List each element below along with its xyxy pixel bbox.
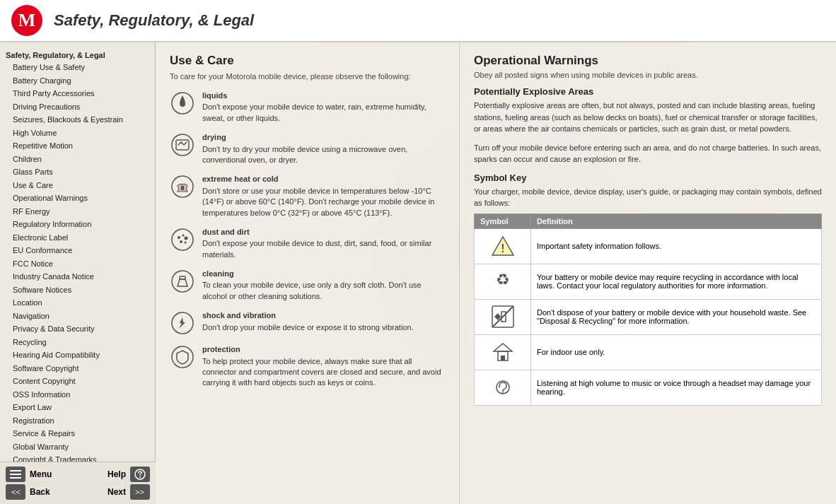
svg-rect-31 <box>10 474 21 475</box>
sidebar-item-battery-use[interactable]: Battery Use & Safety <box>4 61 151 74</box>
table-row: For indoor use only. <box>475 334 822 370</box>
warning-symbol-icon: ! <box>490 233 516 259</box>
svg-rect-27 <box>501 356 505 361</box>
bottom-nav-area: Menu Help << Back Next >> <box>0 462 156 504</box>
symbol-key-title: Symbol Key <box>474 172 822 183</box>
sidebar-item-use-care[interactable]: Use & Care <box>4 179 151 192</box>
liquids-icon <box>170 90 195 116</box>
care-item-shock: shock and vibration Don't drop your mobi… <box>170 310 445 336</box>
next-icon: >> <box>130 484 150 500</box>
svg-point-29 <box>502 392 504 394</box>
svg-text:!: ! <box>501 242 504 254</box>
hearing-symbol-icon <box>490 375 516 400</box>
motorola-logo: M <box>11 5 42 36</box>
menu-nav: Menu <box>6 467 78 482</box>
sidebar-item-export-law[interactable]: Export Law <box>4 401 151 414</box>
sidebar-item-repetitive-motion[interactable]: Repetitive Motion <box>4 139 151 153</box>
sidebar-item-rf-energy[interactable]: RF Energy <box>4 205 151 218</box>
table-row: Listening at high volume to music or voi… <box>475 370 822 405</box>
header-title: Safety, Regulatory, & Legal <box>54 11 254 30</box>
dust-icon <box>170 227 195 252</box>
symbol-key-intro: Your charger, mobile device, device disp… <box>474 186 822 209</box>
indoor-definition: For indoor use only. <box>531 334 822 370</box>
definition-col-header: Definition <box>531 213 822 228</box>
sidebar-item-eu[interactable]: EU Conformance <box>4 244 151 257</box>
shock-icon <box>170 310 195 336</box>
sidebar-item-recycling[interactable]: Recycling <box>4 336 151 349</box>
heat-icon <box>170 174 195 199</box>
sidebar-item-electronic-label[interactable]: Electronic Label <box>4 231 151 245</box>
sidebar-item-registration[interactable]: Registration <box>4 414 151 428</box>
symbol-col-header: Symbol <box>475 213 531 228</box>
hearing-definition: Listening at high volume to music or voi… <box>531 370 822 405</box>
sidebar-item-location[interactable]: Location <box>4 296 151 310</box>
svg-rect-30 <box>10 470 21 471</box>
sidebar-item-third-party[interactable]: Third Party Accessories <box>4 87 151 100</box>
sidebar-item-industry-canada[interactable]: Industry Canada Notice <box>4 270 151 283</box>
care-item-liquids: liquids Don't expose your mobile device … <box>170 90 445 124</box>
no-dispose-definition: Don't dispose of your battery or mobile … <box>531 299 822 334</box>
svg-rect-32 <box>10 477 21 479</box>
help-icon <box>130 467 150 482</box>
svg-point-9 <box>172 229 193 250</box>
back-icon: << <box>6 484 25 500</box>
main-content: Safety, Regulatory, & Legal Battery Use … <box>0 42 836 504</box>
next-nav: Next >> <box>78 484 150 500</box>
header: M Safety, Regulatory, & Legal <box>0 0 836 42</box>
use-care-title: Use & Care <box>170 54 445 68</box>
explosive-text2: Turn off your mobile device before enter… <box>474 142 822 165</box>
sidebar-item-software-copyright[interactable]: Software Copyright <box>4 362 151 375</box>
svg-text:>>: >> <box>135 488 144 496</box>
menu-label[interactable]: Menu <box>30 469 52 479</box>
table-row: ! Important safety information follows. <box>475 228 822 264</box>
operational-warnings-panel: Operational Warnings Obey all posted sig… <box>460 42 836 504</box>
sidebar-item-service[interactable]: Service & Repairs <box>4 427 151 440</box>
care-item-extreme-heat: extreme heat or cold Don't store or use … <box>170 174 445 218</box>
sidebar-item-global-warranty[interactable]: Global Warranty <box>4 440 151 454</box>
next-label[interactable]: Next <box>108 487 126 497</box>
svg-point-10 <box>178 236 180 239</box>
back-label[interactable]: Back <box>30 487 50 497</box>
sidebar-item-software-notices[interactable]: Software Notices <box>4 283 151 297</box>
sidebar-item-children[interactable]: Children <box>4 153 151 166</box>
sidebar-item-hearing-aid[interactable]: Hearing Aid Compatibility <box>4 348 151 362</box>
care-item-drying: drying Don't try to dry your mobile devi… <box>170 132 445 165</box>
sidebar-item-seizures[interactable]: Seizures, Blackouts & Eyestrain <box>4 113 151 127</box>
no-dispose-symbol-icon <box>490 304 516 329</box>
sidebar-item-copyright-trademarks[interactable]: Copyright & Trademarks <box>4 453 151 462</box>
recycle-definition: Your battery or mobile device may requir… <box>531 264 822 299</box>
svg-marker-25 <box>494 344 512 351</box>
svg-point-13 <box>180 240 182 243</box>
sidebar-item-fcc[interactable]: FCC Notice <box>4 257 151 271</box>
table-row: Don't dispose of your battery or mobile … <box>475 299 822 334</box>
explosive-title: Potentially Explosive Areas <box>474 86 822 97</box>
drying-icon <box>170 132 195 158</box>
svg-point-12 <box>185 236 188 240</box>
svg-point-34 <box>139 476 141 478</box>
svg-point-15 <box>172 271 193 292</box>
cleaning-icon <box>170 269 195 294</box>
sidebar: Safety, Regulatory, & Legal Battery Use … <box>0 42 155 462</box>
sidebar-item-content-copyright[interactable]: Content Copyright <box>4 375 151 388</box>
care-item-protection: protec­tion To help protect your mobile … <box>170 344 445 389</box>
sidebar-item-glass-parts[interactable]: Glass Parts <box>4 165 151 179</box>
sidebar-item-regulatory[interactable]: Regulatory Information <box>4 218 151 231</box>
care-item-cleaning: cleaning To clean your mobile device, us… <box>170 269 445 302</box>
svg-point-6 <box>172 134 193 156</box>
recycle-symbol-icon: ♻ <box>490 269 516 294</box>
help-nav: Help <box>78 467 150 482</box>
explosive-text1: Potentially explosive areas are often, b… <box>474 100 822 135</box>
sidebar-title: Safety, Regulatory, & Legal <box>4 51 151 59</box>
sidebar-item-high-volume[interactable]: High Volume <box>4 127 151 140</box>
sidebar-item-operational-warnings[interactable]: Operational Warnings <box>4 192 151 205</box>
sidebar-item-privacy[interactable]: Privacy & Data Security <box>4 322 151 336</box>
sidebar-item-driving[interactable]: Driving Precautions <box>4 100 151 114</box>
indoor-symbol-icon <box>490 339 516 365</box>
symbol-table: Symbol Definition ! <box>474 213 822 406</box>
sidebar-item-navigation[interactable]: Navigation <box>4 310 151 323</box>
sidebar-item-battery-charging[interactable]: Battery Charging <box>4 74 151 88</box>
help-label[interactable]: Help <box>108 469 126 479</box>
svg-text:<<: << <box>11 488 21 496</box>
care-item-dust: dust and dirt Don't expose your mobile d… <box>170 227 445 260</box>
sidebar-item-oss[interactable]: OSS Information <box>4 388 151 402</box>
